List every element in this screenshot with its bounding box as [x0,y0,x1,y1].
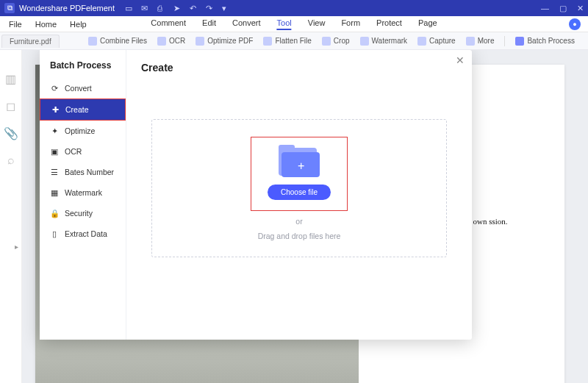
choose-file-button[interactable]: Choose file [268,185,331,200]
menu-protect[interactable]: Protect [376,18,402,30]
dropdown-icon[interactable]: ▾ [222,4,231,12]
share-icon[interactable]: ➤ [173,4,182,12]
or-label: or [295,217,302,226]
batch-item-bates[interactable]: ☰Bates Number [40,162,126,182]
document-tabstrip: Furniture.pdf [1,34,60,49]
print-icon[interactable]: ⎙ [157,4,166,12]
file-drop-area[interactable]: + Choose file or Drag and drop files her… [151,119,447,257]
ocr2-icon: ▣ [50,147,59,156]
menu-edit[interactable]: Edit [202,18,216,30]
tool-more[interactable]: More [466,37,495,46]
maximize-icon[interactable]: ▢ [559,4,567,13]
batch-panel-title: Create [141,62,457,74]
menu-view[interactable]: View [308,18,326,30]
folder-plus-icon: + [279,145,320,177]
drag-hint-label: Drag and drop files here [258,232,341,240]
menu-tool[interactable]: Tool [277,18,292,30]
app-title: Wondershare PDFelement [19,4,115,12]
bates-icon: ☰ [50,168,59,176]
capture-icon [417,37,426,46]
expand-rail-icon[interactable]: ▸ [15,243,18,251]
tool-toolbar: Combine Files OCR Optimize PDF Flatten F… [0,32,588,50]
minimize-icon[interactable]: ― [541,4,549,13]
watermark-icon [360,37,369,46]
redo-icon[interactable]: ↷ [206,4,215,12]
batch-icon [515,37,524,46]
lock-icon: 🔒 [50,209,59,218]
data-icon: ▯ [50,229,59,238]
refresh-icon: ⟳ [50,84,59,93]
menu-help[interactable]: Help [70,20,87,29]
open-icon[interactable]: ▭ [125,4,134,12]
search-icon[interactable]: ⌕ [7,154,15,167]
batch-item-convert[interactable]: ⟳Convert [40,78,126,99]
bookmarks-icon[interactable]: ◻ [6,99,15,113]
tool-combine-files[interactable]: Combine Files [88,37,147,46]
left-rail: ▥ ◻ 📎 ⌕ ▸ [0,50,22,383]
batch-item-security[interactable]: 🔒Security [40,203,126,223]
close-dialog-icon[interactable]: ✕ [456,54,465,66]
tool-crop[interactable]: Crop [322,37,350,46]
batch-sidebar-title: Batch Process [40,57,126,78]
tool-batch-process[interactable]: Batch Process [515,37,574,46]
document-area[interactable]: D BYLLECTIVE. , meet local creatives ner… [22,50,588,383]
title-bar: ⧉ Wondershare PDFelement ▭ ✉ ⎙ ➤ ↶ ↷ ▾ ―… [0,0,588,16]
tool-watermark[interactable]: Watermark [360,37,408,46]
workspace: ▥ ◻ 📎 ⌕ ▸ D BYLLECTIVE. , meet local cre… [0,50,588,383]
more-icon [466,37,475,46]
batch-item-optimize[interactable]: ✦Optimize [40,121,126,141]
batch-process-dialog: Batch Process ⟳Convert ✚Create ✦Optimize… [40,50,472,340]
tool-ocr[interactable]: OCR [157,37,185,46]
menu-home[interactable]: Home [35,20,57,29]
undo-icon[interactable]: ↶ [190,4,198,12]
window-controls: ― ▢ ✕ [541,4,584,13]
watermark2-icon: ▦ [50,188,59,197]
attachments-icon[interactable]: 📎 [4,126,18,140]
crop-icon [322,37,331,46]
mail-icon[interactable]: ✉ [141,4,150,12]
optimize2-icon: ✦ [50,126,59,135]
batch-item-create[interactable]: ✚Create [40,99,126,121]
batch-main-panel: Create ✕ + Choose file or Drag and drop … [126,50,472,340]
menu-file[interactable]: File [9,20,22,29]
menu-page[interactable]: Page [418,18,437,30]
toolbar-separator [504,36,505,46]
document-tab[interactable]: Furniture.pdf [1,35,60,48]
file-drop-highlight: + Choose file [251,137,348,211]
batch-item-extract[interactable]: ▯Extract Data [40,223,126,244]
titlebar-quick-icons: ▭ ✉ ⎙ ➤ ↶ ↷ ▾ [125,4,231,12]
flatten-icon [263,37,272,46]
create-icon: ✚ [51,105,60,114]
menu-convert[interactable]: Convert [232,18,261,30]
tool-flatten-file[interactable]: Flatten File [263,37,311,46]
tool-capture[interactable]: Capture [417,37,456,46]
optimize-icon [196,37,204,46]
combine-icon [88,37,97,46]
ocr-icon [157,37,166,46]
menu-comment[interactable]: Comment [151,18,186,30]
batch-item-ocr[interactable]: ▣OCR [40,141,126,162]
tool-optimize-pdf[interactable]: Optimize PDF [196,37,253,46]
close-window-icon[interactable]: ✕ [577,4,584,13]
menu-form[interactable]: Form [341,18,360,30]
batch-item-watermark[interactable]: ▦Watermark [40,182,126,203]
app-logo-icon: ⧉ [4,3,15,13]
thumbnails-icon[interactable]: ▥ [5,72,16,86]
batch-sidebar: Batch Process ⟳Convert ✚Create ✦Optimize… [40,50,126,340]
user-avatar-icon[interactable]: ● [569,18,581,30]
menu-bar: File Home Help Comment Edit Convert Tool… [0,16,588,32]
